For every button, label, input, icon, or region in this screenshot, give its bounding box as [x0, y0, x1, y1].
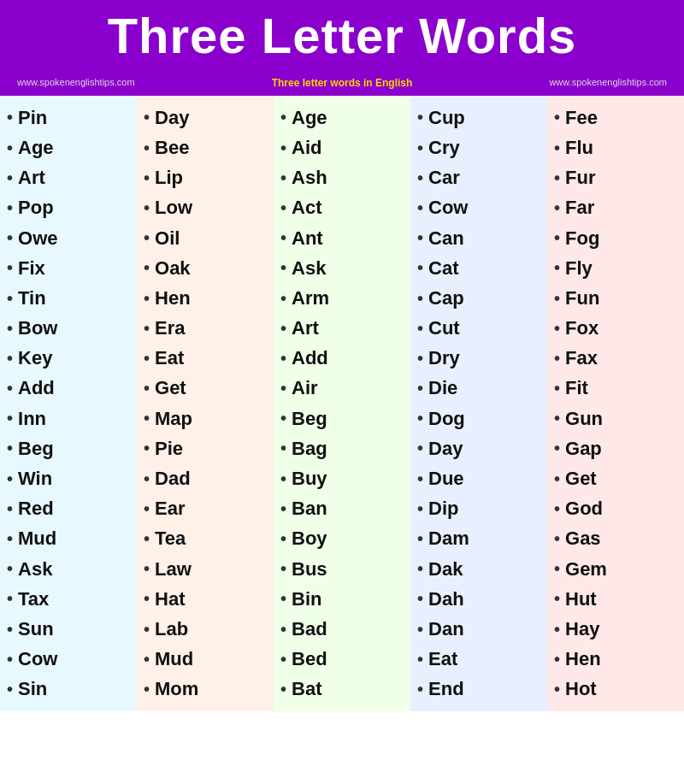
list-item: Art: [7, 162, 133, 192]
list-item: Dad: [144, 463, 270, 493]
list-item: Gas: [554, 523, 681, 553]
list-item: Far: [554, 192, 681, 222]
list-item: Red: [7, 493, 133, 523]
list-item: Fit: [554, 373, 681, 403]
list-item: Lab: [144, 614, 270, 644]
list-item: God: [554, 493, 681, 523]
list-item: Fur: [554, 162, 681, 192]
word-list-1: PinAgeArtPopOweFixTinBowKeyAddInnBegWinR…: [7, 103, 133, 704]
list-item: Cow: [417, 192, 544, 222]
list-item: Hen: [554, 644, 681, 674]
list-item: Cat: [417, 253, 544, 283]
list-item: Boy: [280, 523, 407, 553]
list-item: Day: [144, 103, 270, 133]
list-item: Cow: [7, 644, 133, 674]
list-item: Bow: [7, 313, 133, 343]
list-item: Hay: [554, 614, 681, 644]
column-3: AgeAidAshActAntAskArmArtAddAirBegBagBuyB…: [274, 96, 410, 711]
list-item: Add: [280, 343, 407, 373]
list-item: Cup: [417, 103, 544, 133]
list-item: Ask: [280, 253, 407, 283]
list-item: Eat: [144, 343, 270, 373]
list-item: Mud: [7, 523, 133, 553]
column-2: DayBeeLipLowOilOakHenEraEatGetMapPieDadE…: [137, 96, 274, 711]
list-item: Fax: [554, 343, 681, 373]
list-item: Arm: [280, 283, 407, 313]
list-item: Hat: [144, 584, 270, 614]
list-item: Bat: [280, 674, 407, 704]
list-item: Gun: [554, 404, 681, 433]
list-item: Map: [144, 404, 270, 433]
list-item: Inn: [7, 404, 133, 433]
list-item: End: [417, 674, 544, 704]
word-list-5: FeeFluFurFarFogFlyFunFoxFaxFitGunGapGetG…: [554, 103, 681, 704]
list-item: Sun: [7, 614, 133, 644]
column-1: PinAgeArtPopOweFixTinBowKeyAddInnBegWinR…: [0, 96, 137, 711]
list-item: Air: [280, 373, 407, 403]
list-item: Hot: [554, 674, 681, 704]
list-item: Bin: [280, 584, 407, 614]
list-item: Day: [417, 433, 544, 463]
list-item: Cry: [417, 133, 544, 162]
list-item: Add: [7, 373, 133, 403]
list-item: Bus: [280, 554, 407, 584]
list-item: Dry: [417, 343, 544, 373]
list-item: Fox: [554, 313, 681, 343]
list-item: Lip: [144, 162, 270, 192]
word-list-3: AgeAidAshActAntAskArmArtAddAirBegBagBuyB…: [280, 103, 407, 704]
list-item: Dah: [417, 584, 544, 614]
list-item: Dak: [417, 554, 544, 584]
list-item: Beg: [280, 404, 407, 433]
word-list-2: DayBeeLipLowOilOakHenEraEatGetMapPieDadE…: [144, 103, 270, 704]
list-item: Car: [417, 162, 544, 192]
list-item: Tea: [144, 523, 270, 553]
word-list-4: CupCryCarCowCanCatCapCutDryDieDogDayDueD…: [417, 103, 544, 704]
list-item: Key: [7, 343, 133, 373]
list-item: Bag: [280, 433, 407, 463]
list-item: Ant: [280, 223, 407, 253]
list-item: Beg: [7, 433, 133, 463]
list-item: Pin: [7, 103, 133, 133]
list-item: Gem: [554, 554, 681, 584]
list-item: Ask: [7, 554, 133, 584]
list-item: Sin: [7, 674, 133, 704]
list-item: Fee: [554, 103, 681, 133]
subtitle-center: Three letter words in English: [272, 77, 413, 89]
list-item: Eat: [417, 644, 544, 674]
list-item: Dan: [417, 614, 544, 644]
list-item: Age: [7, 133, 133, 162]
list-item: Can: [417, 223, 544, 253]
list-item: Age: [280, 103, 407, 133]
list-item: Mud: [144, 644, 270, 674]
list-item: Due: [417, 463, 544, 493]
website-right: www.spokenenglishtips.com: [549, 77, 667, 89]
list-item: Low: [144, 192, 270, 222]
list-item: Fly: [554, 253, 681, 283]
list-item: Oil: [144, 223, 270, 253]
header: Three Letter Words www.spokenenglishtips…: [0, 0, 684, 96]
list-item: Tax: [7, 584, 133, 614]
list-item: Dip: [417, 493, 544, 523]
list-item: Art: [280, 313, 407, 343]
list-item: Die: [417, 373, 544, 403]
list-item: Law: [144, 554, 270, 584]
list-item: Hen: [144, 283, 270, 313]
list-item: Dog: [417, 404, 544, 433]
list-item: Era: [144, 313, 270, 343]
list-item: Gap: [554, 433, 681, 463]
page-title: Three Letter Words: [17, 9, 667, 63]
list-item: Flu: [554, 133, 681, 162]
list-item: Fix: [7, 253, 133, 283]
word-grid: PinAgeArtPopOweFixTinBowKeyAddInnBegWinR…: [0, 96, 684, 711]
list-item: Aid: [280, 133, 407, 162]
list-item: Oak: [144, 253, 270, 283]
list-item: Cap: [417, 283, 544, 313]
list-item: Fun: [554, 283, 681, 313]
list-item: Get: [554, 463, 681, 493]
list-item: Ear: [144, 493, 270, 523]
list-item: Buy: [280, 463, 407, 493]
list-item: Hut: [554, 584, 681, 614]
list-item: Bee: [144, 133, 270, 162]
website-left: www.spokenenglishtips.com: [17, 77, 135, 89]
list-item: Tin: [7, 283, 133, 313]
